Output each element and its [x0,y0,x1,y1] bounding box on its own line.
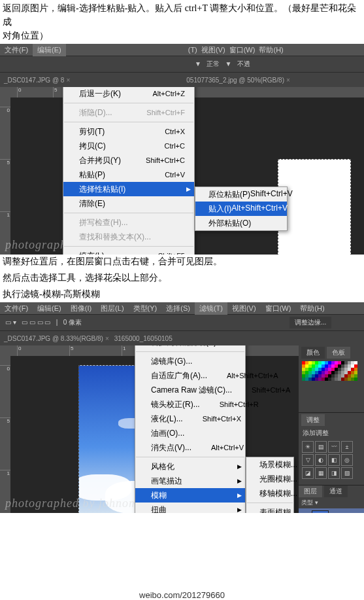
paste-special-submenu: 原位粘贴(P)Shift+Ctrl+V 贴入(I)Alt+Shift+Ctrl+… [195,186,288,231]
filter-liquify[interactable]: 液化(L)...Shift+Ctrl+X [135,412,245,426]
menu-filter-2[interactable]: 滤镜(T) [195,302,227,315]
doc-tab-2b[interactable]: 3165000_16050105 [114,335,173,342]
swatches-tab[interactable]: 色板 [327,347,350,359]
refine-edge-button[interactable]: 调整边缘... [290,317,331,328]
menu-file-2[interactable]: 文件(F) [0,302,33,315]
blur-iris[interactable]: 光圈模糊... [246,472,293,486]
blur-surface[interactable]: 表面模糊... [246,505,293,513]
footer-credit: weibo.com/201279660 [0,584,364,600]
edit-copy[interactable]: 拷贝(C)Ctrl+C [63,139,194,153]
instruction-text-1: 返回原图片，编辑-选择性粘贴-贴入。贴入后 ctrl+T 调整大小和位置。（最好… [0,0,364,44]
add-adjustment-label: 添加调整 [301,426,361,440]
adj-icon-exposure[interactable]: ± [341,441,353,453]
filter-dropdown: 上次滤镜操作(F)Ctrl+F 转换为智能滤镜(S) 滤镜库(G)... 自适应… [135,345,246,513]
layer-thumb [312,510,329,513]
adjustment-icons[interactable]: ☀▤〰± ▽◐◧◎ ◪▦◨▧ [301,440,361,480]
doc-tab-1b[interactable]: _DSC0147.JPG @ 8.33%(RGB/8)× [4,335,109,342]
adj-icon-photo[interactable]: ◎ [341,454,353,466]
ruler-vertical-2: 0 5 1 [0,345,10,513]
paste-in-place[interactable]: 原位粘贴(P)Shift+Ctrl+V [195,187,287,202]
ruler-vertical: 0 5 1 [0,87,10,255]
edit-dropdown: 还原拷贝像素(O)Ctrl+Z 前进一步(W)Shift+Ctrl+Z 后退一步… [63,87,195,255]
adj-icon-vibrance[interactable]: ▽ [302,454,314,466]
adj-icon-brightness[interactable]: ☀ [302,441,314,453]
canvas-white-shape [278,159,351,255]
edit-fill[interactable]: 填充(L)...Shift+F5 [63,249,194,255]
ps-menubar-2: 文件(F) 编辑(E) 图像(I) 图层(L) 类型(Y) 选择(S) 滤镜(T… [0,302,364,314]
filter-brush-strokes[interactable]: 画笔描边▶ [135,474,245,488]
blur-field[interactable]: 场景模糊... [246,457,293,472]
doc-tab-2[interactable]: 051077365_2.jpg @ 50%(RGB/8)× [186,77,290,84]
adjustments-tab[interactable]: 调整 [301,414,325,426]
swatches-grid[interactable] [302,361,364,381]
filter-camera-raw[interactable]: Camera Raw 滤镜(C)...Shift+Ctrl+A [135,383,245,397]
filter-blur[interactable]: 模糊▶ [135,488,245,503]
instruction-text-2: 调整好位置后，在图层窗口点击右键，合并可见图层。 [0,253,364,270]
menu-type-2[interactable]: 类型(Y) [129,302,162,315]
menu-edit-2[interactable]: 编辑(E) [33,302,66,315]
edit-copy-merged[interactable]: 合并拷贝(Y)Shift+Ctrl+C [63,153,194,168]
filter-adaptive[interactable]: 自适应广角(A)...Alt+Shift+Ctrl+A [135,368,245,383]
channels-tab[interactable]: 通道 [324,485,348,497]
ps-options-bar-2: ▭ ▾ ▭ ▭ ▭ ▭ | 0 像素 调整边缘... [0,314,364,331]
edit-fade[interactable]: 渐隐(D)...Shift+Ctrl+F [63,105,194,120]
blur-tilt-shift[interactable]: 移轴模糊... [246,486,293,501]
adj-icon-levels[interactable]: ▤ [315,441,327,453]
adj-icon-curves[interactable]: 〰 [328,441,340,453]
edit-step-back[interactable]: 后退一步(K)Alt+Ctrl+Z [63,87,194,101]
ps-document-tabs: _DSC0147.JPG @ 8× 051077365_2.jpg @ 50%(… [0,73,364,87]
filter-gallery[interactable]: 滤镜库(G)... [135,354,245,368]
menu-edit[interactable]: 编辑(E) [33,44,66,56]
doc-tab-1[interactable]: _DSC0147.JPG @ 8× [4,77,70,84]
watermark-2: photographed by johnomd [5,497,144,510]
adj-icon-hue[interactable]: ◐ [315,454,327,466]
instruction-text-3: 然后点击选择工具，选择花朵以上部分。 [0,270,364,286]
layers-tab[interactable]: 图层 [299,485,322,497]
filter-vanish[interactable]: 消失点(V)...Alt+Ctrl+V [135,440,245,455]
menu-view[interactable]: (T) 视图(V) 窗口(W) 帮助(H) [184,44,288,56]
swatches-header: 颜色 色板 [299,345,364,360]
ps-options-bar: ▼ 正常 ▼ 不透 [0,56,364,73]
menu-view-2[interactable]: 视图(V) [227,302,261,315]
menu-help-2[interactable]: 帮助(H) [295,302,329,315]
adj-icon-bw[interactable]: ◧ [328,454,340,466]
instruction-text-4: 执行滤镜-模糊-高斯模糊 [0,286,364,302]
right-panel: 颜色 色板 调整 添加调整 ☀▤〰± ▽◐◧◎ ◪▦◨▧ 图层 通道 类型 ▾ … [299,345,364,513]
edit-spell[interactable]: 拼写检查(H)... [63,215,194,230]
ps-document-tabs-2: _DSC0147.JPG @ 8.33%(RGB/8)× 3165000_160… [0,331,364,345]
ps-screenshot-edit-menu: 文件(F) 编辑(E) 滤镜(T) (T) 视图(V) 窗口(W) 帮助(H) … [0,44,364,253]
edit-find-replace[interactable]: 查找和替换文本(X)... [63,230,194,244]
edit-paste-special[interactable]: 选择性粘贴(I)▶ [63,182,194,196]
menu-select-2[interactable]: 选择(S) [161,302,195,315]
edit-cut[interactable]: 剪切(T)Ctrl+X [63,124,194,139]
menu-layer-2[interactable]: 图层(L) [96,302,128,315]
filter-distort[interactable]: 扭曲▶ [135,503,245,513]
adj-icon-poster[interactable]: ▦ [315,467,327,479]
blur-submenu: 场景模糊... 光圈模糊... 移轴模糊... 表面模糊... 动感模糊... … [246,457,294,513]
color-tab[interactable]: 颜色 [301,347,325,359]
adj-icon-map[interactable]: ▧ [341,467,353,479]
adj-icon-invert[interactable]: ◪ [302,467,314,479]
menu-file[interactable]: 文件(F) [0,44,33,56]
filter-stylize[interactable]: 风格化▶ [135,459,245,474]
ps-screenshot-filter-menu: 文件(F) 编辑(E) 图像(I) 图层(L) 类型(Y) 选择(S) 滤镜(T… [0,302,364,512]
edit-clear[interactable]: 清除(E) [63,196,194,211]
paste-into[interactable]: 贴入(I)Alt+Shift+Ctrl+V [195,202,287,216]
ps-menubar: 文件(F) 编辑(E) 滤镜(T) (T) 视图(V) 窗口(W) 帮助(H) [0,44,364,56]
filter-oil[interactable]: 油画(O)... [135,426,245,440]
edit-paste[interactable]: 粘贴(P)Ctrl+V [63,168,194,182]
filter-lens-correction[interactable]: 镜头校正(R)...Shift+Ctrl+R [135,397,245,412]
menu-window-2[interactable]: 窗口(W) [261,302,296,315]
paste-outside[interactable]: 外部粘贴(O) [195,216,287,230]
menu-image-2[interactable]: 图像(I) [66,302,96,315]
adj-icon-threshold[interactable]: ◨ [328,467,340,479]
filter-smart[interactable]: 转换为智能滤镜(S) [135,345,245,349]
layer-background[interactable]: 👁 背景 🔒 [299,508,364,513]
